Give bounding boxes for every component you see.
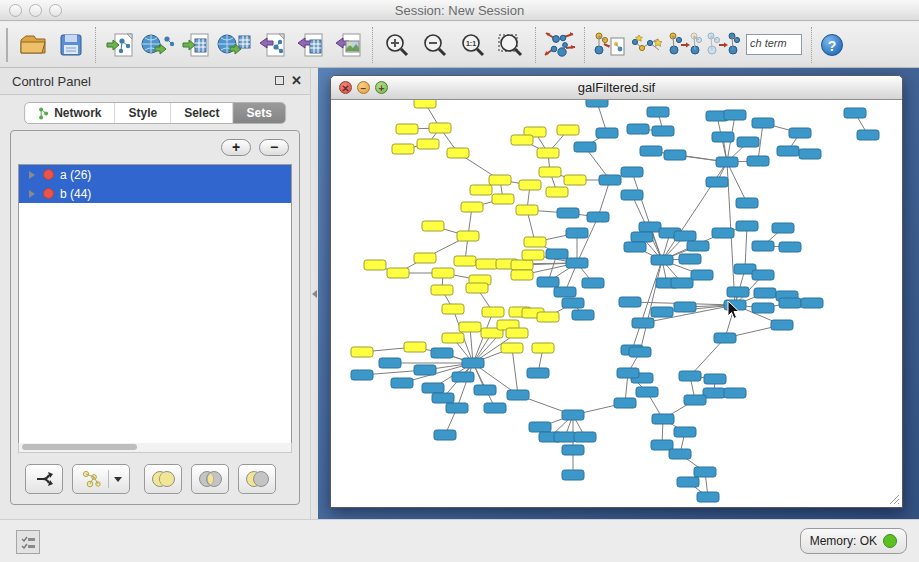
create-set-from-network-button[interactable]	[72, 464, 130, 494]
import-network-web-icon[interactable]	[139, 26, 177, 64]
zoom-fit-selected-icon[interactable]	[492, 26, 530, 64]
copy-network-icon[interactable]	[590, 26, 628, 64]
graph-node	[799, 149, 821, 159]
resize-grip-icon[interactable]	[887, 492, 900, 505]
tab-network[interactable]: Network	[25, 103, 115, 123]
graph-node	[737, 137, 759, 147]
difference-button[interactable]	[238, 464, 276, 494]
graph-node	[674, 302, 696, 312]
export-image-icon[interactable]	[329, 26, 367, 64]
set-color-dot	[43, 188, 54, 199]
graph-node	[724, 110, 746, 120]
graph-node	[704, 374, 726, 384]
tab-label: Network	[54, 106, 101, 120]
open-folder-icon[interactable]	[14, 26, 52, 64]
network-view-window[interactable]: ✕ − + galFiltered.sif	[330, 75, 903, 508]
graph-node	[621, 190, 643, 200]
set-color-dot	[43, 169, 54, 180]
graph-node	[624, 242, 646, 252]
graph-node	[454, 256, 476, 266]
graph-node	[562, 445, 584, 455]
network-graph[interactable]	[331, 100, 902, 507]
graph-node	[582, 278, 604, 288]
control-panel: Control Panel ✕ Network Style Select Set…	[0, 68, 310, 519]
graph-node	[564, 175, 586, 185]
graph-node	[691, 270, 713, 280]
highlight-first-neighbors-icon[interactable]	[628, 26, 666, 64]
toolbar-drag-handle[interactable]	[6, 28, 10, 62]
graph-node	[777, 146, 799, 156]
graph-node	[554, 432, 576, 442]
tab-select[interactable]: Select	[171, 103, 233, 123]
maximize-network-icon[interactable]: +	[375, 81, 388, 94]
network-window-title: galFiltered.sif	[331, 76, 902, 99]
union-button[interactable]	[144, 464, 182, 494]
horizontal-scrollbar[interactable]	[18, 443, 292, 453]
graph-node	[566, 258, 588, 268]
network-tab-icon	[38, 107, 49, 120]
toolbar-separator	[535, 27, 536, 63]
set-label: a (26)	[60, 168, 91, 182]
graph-node	[651, 255, 673, 265]
tab-style[interactable]: Style	[115, 103, 171, 123]
set-row-b[interactable]: b (44)	[19, 184, 291, 203]
graph-node	[379, 358, 401, 368]
graph-node	[404, 342, 426, 352]
graph-node	[754, 288, 776, 298]
graph-node	[422, 383, 444, 393]
graph-node	[574, 432, 596, 442]
graph-node	[669, 449, 691, 459]
task-history-icon	[20, 535, 36, 549]
graph-node	[519, 180, 541, 190]
expand-triangle-icon[interactable]	[29, 171, 35, 179]
dropdown-caret-icon[interactable]	[114, 477, 122, 482]
collapse-panel-arrow-icon[interactable]	[312, 290, 317, 298]
graph-node	[351, 370, 373, 380]
graph-node	[779, 242, 801, 252]
network-canvas[interactable]	[331, 100, 902, 507]
import-table-web-icon[interactable]	[215, 26, 253, 64]
expand-triangle-icon[interactable]	[29, 190, 35, 198]
set-row-a[interactable]: a (26)	[19, 165, 291, 184]
remove-set-button[interactable]: −	[259, 139, 289, 156]
graph-node	[572, 310, 594, 320]
tab-sets[interactable]: Sets	[234, 103, 285, 123]
graph-node	[752, 241, 774, 251]
yellow-network-icon	[81, 469, 103, 489]
graph-node	[516, 205, 538, 215]
memory-status-button[interactable]: Memory: OK	[800, 528, 907, 554]
graph-node	[651, 440, 673, 450]
apply-layout-icon[interactable]	[541, 26, 579, 64]
add-set-button[interactable]: +	[221, 139, 251, 156]
intersection-button[interactable]	[191, 464, 229, 494]
new-network-from-selection-icon[interactable]	[666, 26, 704, 64]
float-panel-icon[interactable]	[275, 76, 284, 85]
zoom-1-1-icon[interactable]: 1:1	[454, 26, 492, 64]
graph-node	[574, 142, 596, 152]
status-bar: Memory: OK	[0, 519, 919, 562]
minimize-network-icon[interactable]: −	[357, 81, 370, 94]
scrollbar-thumb[interactable]	[22, 444, 137, 450]
split-set-button[interactable]	[25, 464, 63, 494]
export-table-icon[interactable]	[291, 26, 329, 64]
close-network-icon[interactable]: ✕	[339, 81, 352, 94]
save-session-icon[interactable]	[52, 26, 90, 64]
zoom-in-icon[interactable]	[378, 26, 416, 64]
graph-node	[537, 312, 559, 322]
task-history-button[interactable]	[16, 530, 40, 554]
import-network-file-icon[interactable]	[101, 26, 139, 64]
graph-node	[434, 430, 456, 440]
search-input[interactable]: ch term	[746, 34, 802, 55]
help-button[interactable]: ?	[821, 34, 843, 56]
new-network-from-all-icon[interactable]	[704, 26, 742, 64]
zoom-out-icon[interactable]	[416, 26, 454, 64]
close-panel-icon[interactable]: ✕	[291, 73, 302, 88]
graph-node	[429, 123, 451, 133]
graph-node	[639, 222, 661, 232]
network-window-titlebar[interactable]: ✕ − + galFiltered.sif	[331, 76, 902, 100]
graph-node	[432, 393, 454, 403]
export-network-icon[interactable]	[253, 26, 291, 64]
import-table-file-icon[interactable]	[177, 26, 215, 64]
tab-label: Style	[128, 106, 157, 120]
panel-splitter[interactable]	[310, 68, 318, 519]
